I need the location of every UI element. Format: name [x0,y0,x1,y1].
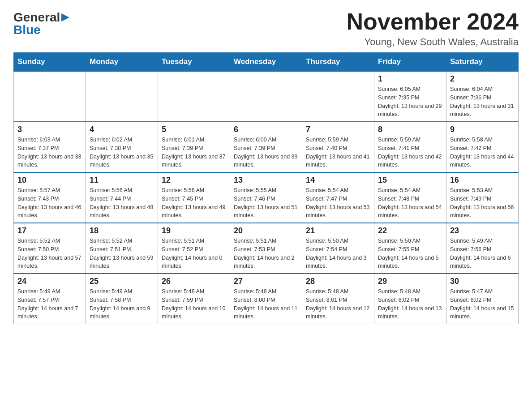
day-number: 25 [90,277,154,286]
calendar-week-4: 17Sunrise: 5:52 AMSunset: 7:50 PMDayligh… [14,223,519,274]
column-header-friday: Friday [374,53,446,72]
day-info: Sunrise: 6:01 AMSunset: 7:39 PMDaylight:… [162,136,226,169]
column-header-thursday: Thursday [302,53,374,72]
calendar-cell: 14Sunrise: 5:54 AMSunset: 7:47 PMDayligh… [302,172,374,223]
calendar-cell: 9Sunrise: 5:58 AMSunset: 7:42 PMDaylight… [446,122,519,172]
calendar-cell: 26Sunrise: 5:48 AMSunset: 7:59 PMDayligh… [158,274,230,324]
calendar-cell: 8Sunrise: 5:59 AMSunset: 7:41 PMDaylight… [374,122,446,172]
calendar-cell: 2Sunrise: 6:04 AMSunset: 7:36 PMDaylight… [446,71,519,122]
page-header: General Blue November 2024 Young, New So… [13,9,519,48]
day-number: 28 [306,277,370,286]
day-info: Sunrise: 5:47 AMSunset: 8:02 PMDaylight:… [450,287,515,321]
calendar-cell: 12Sunrise: 5:56 AMSunset: 7:45 PMDayligh… [158,172,230,223]
day-info: Sunrise: 5:59 AMSunset: 7:40 PMDaylight:… [306,136,370,169]
day-number: 1 [378,74,442,84]
calendar-cell: 18Sunrise: 5:52 AMSunset: 7:51 PMDayligh… [86,223,158,274]
svg-marker-0 [61,13,69,21]
title-block: November 2024 Young, New South Wales, Au… [347,9,519,48]
calendar-cell [230,71,302,122]
day-info: Sunrise: 5:48 AMSunset: 8:02 PMDaylight:… [378,287,442,321]
calendar-cell: 19Sunrise: 5:51 AMSunset: 7:52 PMDayligh… [158,223,230,274]
calendar-cell: 28Sunrise: 5:48 AMSunset: 8:01 PMDayligh… [302,274,374,324]
logo-arrow-icon [61,13,69,23]
calendar-cell: 6Sunrise: 6:00 AMSunset: 7:39 PMDaylight… [230,122,302,172]
day-info: Sunrise: 6:02 AMSunset: 7:38 PMDaylight:… [90,136,154,169]
day-number: 21 [306,226,370,235]
day-info: Sunrise: 5:57 AMSunset: 7:43 PMDaylight:… [17,186,82,220]
logo-general-text: General [13,11,60,24]
calendar-table: SundayMondayTuesdayWednesdayThursdayFrid… [13,52,519,324]
calendar-cell: 20Sunrise: 5:51 AMSunset: 7:53 PMDayligh… [230,223,302,274]
day-info: Sunrise: 5:54 AMSunset: 7:47 PMDaylight:… [306,186,370,220]
logo-blue-text: Blue [13,24,41,36]
calendar-cell [14,71,86,122]
day-number: 2 [450,74,515,84]
day-info: Sunrise: 5:48 AMSunset: 8:01 PMDaylight:… [306,287,370,321]
day-number: 4 [90,125,154,134]
day-number: 11 [90,176,154,185]
logo: General Blue [13,9,69,36]
day-info: Sunrise: 5:52 AMSunset: 7:50 PMDaylight:… [17,237,82,270]
day-info: Sunrise: 5:56 AMSunset: 7:45 PMDaylight:… [162,186,226,220]
day-number: 5 [162,125,226,134]
day-info: Sunrise: 5:49 AMSunset: 7:56 PMDaylight:… [450,237,515,270]
day-number: 27 [234,277,298,286]
day-number: 6 [234,125,298,134]
day-info: Sunrise: 5:48 AMSunset: 8:00 PMDaylight:… [234,287,298,321]
calendar-cell: 11Sunrise: 5:56 AMSunset: 7:44 PMDayligh… [86,172,158,223]
day-number: 12 [162,176,226,185]
calendar-cell: 17Sunrise: 5:52 AMSunset: 7:50 PMDayligh… [14,223,86,274]
column-header-sunday: Sunday [14,53,86,72]
day-info: Sunrise: 5:58 AMSunset: 7:42 PMDaylight:… [450,136,515,169]
day-number: 13 [234,176,298,185]
day-info: Sunrise: 5:51 AMSunset: 7:52 PMDaylight:… [162,237,226,270]
day-number: 19 [162,226,226,235]
calendar-cell: 27Sunrise: 5:48 AMSunset: 8:00 PMDayligh… [230,274,302,324]
day-info: Sunrise: 5:48 AMSunset: 7:59 PMDaylight:… [162,287,226,321]
calendar-week-2: 3Sunrise: 6:03 AMSunset: 7:37 PMDaylight… [14,122,519,172]
calendar-cell: 10Sunrise: 5:57 AMSunset: 7:43 PMDayligh… [14,172,86,223]
day-number: 14 [306,176,370,185]
day-number: 8 [378,125,442,134]
location-subtitle: Young, New South Wales, Australia [347,36,519,48]
day-number: 3 [17,125,82,134]
day-number: 24 [17,277,82,286]
calendar-cell [158,71,230,122]
day-info: Sunrise: 5:49 AMSunset: 7:57 PMDaylight:… [17,287,82,321]
day-number: 30 [450,277,515,286]
column-header-monday: Monday [86,53,158,72]
calendar-cell: 23Sunrise: 5:49 AMSunset: 7:56 PMDayligh… [446,223,519,274]
day-info: Sunrise: 5:51 AMSunset: 7:53 PMDaylight:… [234,237,298,270]
calendar-cell: 7Sunrise: 5:59 AMSunset: 7:40 PMDaylight… [302,122,374,172]
calendar-cell: 25Sunrise: 5:49 AMSunset: 7:58 PMDayligh… [86,274,158,324]
calendar-cell: 22Sunrise: 5:50 AMSunset: 7:55 PMDayligh… [374,223,446,274]
calendar-cell: 24Sunrise: 5:49 AMSunset: 7:57 PMDayligh… [14,274,86,324]
day-info: Sunrise: 5:50 AMSunset: 7:55 PMDaylight:… [378,237,442,270]
day-info: Sunrise: 5:50 AMSunset: 7:54 PMDaylight:… [306,237,370,270]
calendar-cell: 16Sunrise: 5:53 AMSunset: 7:49 PMDayligh… [446,172,519,223]
calendar-cell: 30Sunrise: 5:47 AMSunset: 8:02 PMDayligh… [446,274,519,324]
day-info: Sunrise: 5:54 AMSunset: 7:48 PMDaylight:… [378,186,442,220]
calendar-week-1: 1Sunrise: 6:05 AMSunset: 7:35 PMDaylight… [14,71,519,122]
day-number: 22 [378,226,442,235]
column-header-tuesday: Tuesday [158,53,230,72]
day-info: Sunrise: 5:52 AMSunset: 7:51 PMDaylight:… [90,237,154,270]
calendar-week-3: 10Sunrise: 5:57 AMSunset: 7:43 PMDayligh… [14,172,519,223]
calendar-cell: 13Sunrise: 5:55 AMSunset: 7:46 PMDayligh… [230,172,302,223]
day-info: Sunrise: 6:05 AMSunset: 7:35 PMDaylight:… [378,85,442,119]
column-header-wednesday: Wednesday [230,53,302,72]
day-number: 15 [378,176,442,185]
day-info: Sunrise: 6:04 AMSunset: 7:36 PMDaylight:… [450,85,515,119]
calendar-cell: 29Sunrise: 5:48 AMSunset: 8:02 PMDayligh… [374,274,446,324]
calendar-cell: 3Sunrise: 6:03 AMSunset: 7:37 PMDaylight… [14,122,86,172]
calendar-cell [86,71,158,122]
calendar-week-5: 24Sunrise: 5:49 AMSunset: 7:57 PMDayligh… [14,274,519,324]
calendar-cell: 15Sunrise: 5:54 AMSunset: 7:48 PMDayligh… [374,172,446,223]
day-number: 20 [234,226,298,235]
day-info: Sunrise: 5:55 AMSunset: 7:46 PMDaylight:… [234,186,298,220]
day-info: Sunrise: 5:59 AMSunset: 7:41 PMDaylight:… [378,136,442,169]
day-number: 17 [17,226,82,235]
calendar-header-row: SundayMondayTuesdayWednesdayThursdayFrid… [14,53,519,72]
day-number: 16 [450,176,515,185]
month-title: November 2024 [347,9,519,34]
